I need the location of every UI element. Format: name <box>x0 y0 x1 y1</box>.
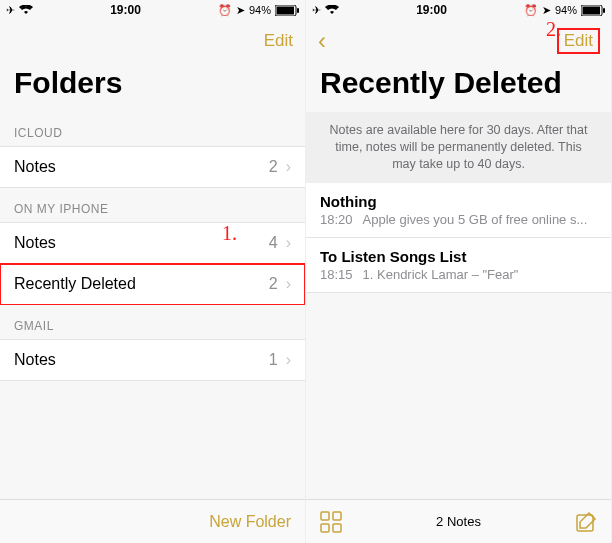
annotation-1: 1. <box>222 222 237 245</box>
grid-view-icon[interactable] <box>320 511 342 533</box>
location-icon: ➤ <box>542 4 551 17</box>
location-icon: ➤ <box>236 4 245 17</box>
folder-row-recently-deleted[interactable]: Recently Deleted 2 › <box>0 264 305 305</box>
alarm-icon: ⏰ <box>524 4 538 17</box>
svg-rect-2 <box>297 8 299 13</box>
bottom-toolbar: 2 Notes <box>306 499 611 543</box>
chevron-right-icon: › <box>286 351 291 369</box>
nav-bar: Edit <box>0 20 305 62</box>
status-time: 19:00 <box>339 3 524 17</box>
airplane-icon: ✈ <box>312 4 321 17</box>
folder-row-iphone-notes[interactable]: Notes 4 › <box>0 222 305 264</box>
notes-count: 2 Notes <box>342 514 575 529</box>
back-button[interactable]: ‹ <box>318 27 348 55</box>
note-title: Nothing <box>320 193 597 210</box>
recently-deleted-screen: ✈ 19:00 ⏰ ➤ 94% ‹ Edit Recently Deleted … <box>306 0 612 543</box>
wifi-icon <box>325 5 339 15</box>
edit-button[interactable]: Edit <box>264 31 293 51</box>
note-preview: 1. Kendrick Lamar – "Fear" <box>363 267 519 282</box>
note-item[interactable]: Nothing 18:20Apple gives you 5 GB of fre… <box>306 183 611 238</box>
folder-row-icloud-notes[interactable]: Notes 2 › <box>0 146 305 188</box>
page-title: Folders <box>0 62 305 112</box>
svg-rect-7 <box>333 512 341 520</box>
status-time: 19:00 <box>33 3 218 17</box>
note-subtitle: 18:20Apple gives you 5 GB of free online… <box>320 212 597 227</box>
svg-rect-1 <box>277 6 295 14</box>
note-time: 18:15 <box>320 267 353 282</box>
folders-screen: ✈ 19:00 ⏰ ➤ 94% Edit Folders ICLOUD Note… <box>0 0 306 543</box>
chevron-right-icon: › <box>286 234 291 252</box>
folder-label: Notes <box>14 234 56 252</box>
svg-rect-5 <box>603 8 605 13</box>
note-subtitle: 18:151. Kendrick Lamar – "Fear" <box>320 267 597 282</box>
battery-percent: 94% <box>555 4 577 16</box>
chevron-right-icon: › <box>286 158 291 176</box>
info-banner: Notes are available here for 30 days. Af… <box>306 112 611 183</box>
note-item[interactable]: To Listen Songs List 18:151. Kendrick La… <box>306 238 611 293</box>
battery-percent: 94% <box>249 4 271 16</box>
compose-icon[interactable] <box>575 511 597 533</box>
chevron-right-icon: › <box>286 275 291 293</box>
note-time: 18:20 <box>320 212 353 227</box>
note-title: To Listen Songs List <box>320 248 597 265</box>
battery-icon <box>581 5 605 16</box>
alarm-icon: ⏰ <box>218 4 232 17</box>
wifi-icon <box>19 5 33 15</box>
svg-rect-4 <box>583 6 601 14</box>
status-bar: ✈ 19:00 ⏰ ➤ 94% <box>0 0 305 20</box>
folder-count: 2 <box>269 158 278 176</box>
section-header-icloud: ICLOUD <box>0 112 305 146</box>
folder-row-gmail-notes[interactable]: Notes 1 › <box>0 339 305 381</box>
folder-count: 4 <box>269 234 278 252</box>
svg-rect-9 <box>333 524 341 532</box>
folder-count: 2 <box>269 275 278 293</box>
folder-label: Notes <box>14 351 56 369</box>
airplane-icon: ✈ <box>6 4 15 17</box>
nav-bar: ‹ Edit <box>306 20 611 62</box>
folder-label: Recently Deleted <box>14 275 136 293</box>
section-header-iphone: ON MY IPHONE <box>0 188 305 222</box>
bottom-toolbar: New Folder <box>0 499 305 543</box>
svg-rect-6 <box>321 512 329 520</box>
section-header-gmail: GMAIL <box>0 305 305 339</box>
note-preview: Apple gives you 5 GB of free online s... <box>363 212 588 227</box>
folder-label: Notes <box>14 158 56 176</box>
edit-button[interactable]: Edit <box>558 29 599 53</box>
battery-icon <box>275 5 299 16</box>
page-title: Recently Deleted <box>306 62 611 112</box>
svg-rect-8 <box>321 524 329 532</box>
new-folder-button[interactable]: New Folder <box>209 513 291 531</box>
folder-count: 1 <box>269 351 278 369</box>
annotation-2: 2. <box>546 18 561 41</box>
status-bar: ✈ 19:00 ⏰ ➤ 94% <box>306 0 611 20</box>
